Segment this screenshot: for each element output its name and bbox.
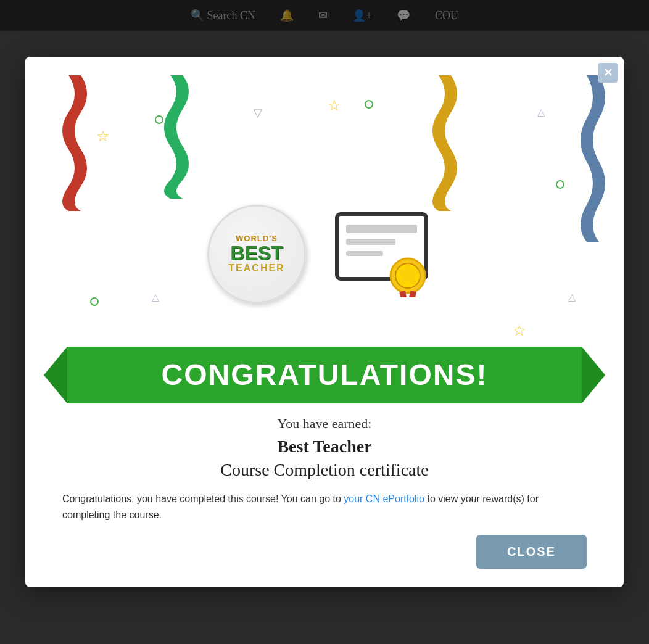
confetti-area: ☆ ☆ ☆ ▽ △ △ △ WORLD'S BEST TEACHER bbox=[25, 57, 624, 341]
svg-rect-1 bbox=[346, 225, 417, 233]
star-decoration-2: ☆ bbox=[328, 97, 341, 114]
best-teacher-badge: WORLD'S BEST TEACHER bbox=[207, 205, 306, 303]
banner-container: CONGRATULATIONS! bbox=[25, 347, 624, 403]
ribbon-red bbox=[62, 75, 87, 211]
earned-label: You have earned: bbox=[62, 416, 587, 432]
banner-left-notch bbox=[44, 347, 67, 403]
circle-decoration-2 bbox=[365, 100, 373, 109]
modal-body: You have earned: Best Teacher Course Com… bbox=[25, 403, 624, 587]
description-part1: Congratulations, you have completed this… bbox=[62, 493, 344, 504]
modal-close-x-button[interactable]: ✕ bbox=[598, 63, 618, 83]
badge-best-text: BEST bbox=[230, 243, 283, 263]
congratulations-text: CONGRATULATIONS! bbox=[162, 358, 488, 392]
reward-name: Best Teacher bbox=[62, 437, 587, 456]
triangle-decoration-1: ▽ bbox=[254, 106, 262, 120]
description-text: Congratulations, you have completed this… bbox=[62, 491, 587, 522]
banner-main: CONGRATULATIONS! bbox=[67, 347, 582, 403]
star-decoration-3: ☆ bbox=[513, 322, 526, 339]
icons-row: WORLD'S BEST TEACHER bbox=[25, 205, 624, 303]
cert-title: Course Completion certificate bbox=[62, 460, 587, 480]
ribbon-gold bbox=[432, 75, 457, 211]
banner-right-notch bbox=[582, 347, 605, 403]
circle-decoration-1 bbox=[155, 115, 163, 124]
star-decoration-1: ☆ bbox=[96, 128, 110, 145]
cn-eportfolio-link[interactable]: your CN ePortfolio bbox=[344, 493, 424, 504]
circle-decoration-3 bbox=[556, 180, 564, 189]
triangle-decoration-4: △ bbox=[537, 106, 545, 118]
certificate-icon bbox=[331, 211, 442, 297]
badge-teacher-text: TEACHER bbox=[228, 263, 284, 274]
ribbon-green bbox=[164, 75, 189, 199]
congratulations-modal: ✕ ☆ ☆ ☆ ▽ △ bbox=[25, 57, 624, 587]
close-button[interactable]: CLOSE bbox=[476, 535, 587, 569]
modal-overlay: ✕ ☆ ☆ ☆ ▽ △ bbox=[0, 0, 649, 644]
banner-wrapper: CONGRATULATIONS! bbox=[44, 347, 605, 403]
svg-rect-3 bbox=[346, 251, 383, 256]
svg-rect-2 bbox=[346, 239, 395, 245]
